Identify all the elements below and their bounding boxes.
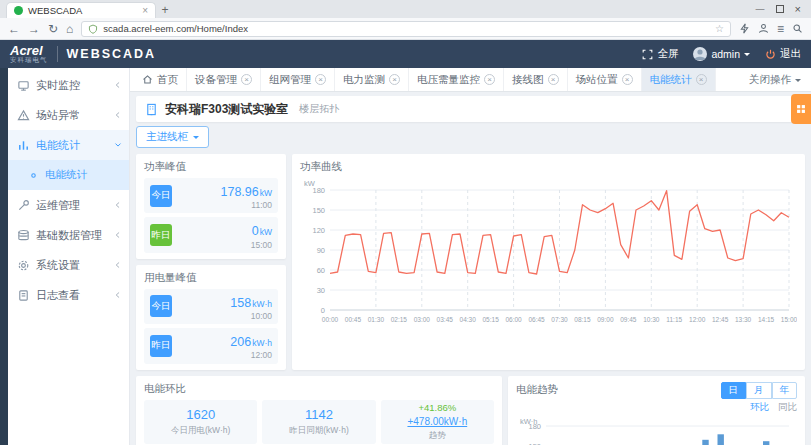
sidebar-item-station-abnormal[interactable]: 场站异常 xyxy=(8,100,129,130)
tab-close-icon[interactable]: × xyxy=(142,6,148,16)
sidebar-item-operations-management[interactable]: 运维管理 xyxy=(8,190,129,220)
tab-close-icon[interactable]: × xyxy=(484,74,495,85)
sidebar-item-realtime-monitoring[interactable]: 实时监控 xyxy=(8,70,129,100)
gear-icon xyxy=(17,259,30,272)
refresh-icon[interactable]: ↻ xyxy=(48,23,58,35)
wrench-icon xyxy=(17,199,30,212)
tab-device-management[interactable]: 设备管理 × xyxy=(187,68,261,91)
page-content: 安科瑞F303测试实验室 楼层拓扑 主进线柜 功率峰值 今日 xyxy=(130,92,811,445)
svg-text:60: 60 xyxy=(317,266,325,275)
tab-close-icon[interactable]: × xyxy=(622,74,633,85)
avatar-icon xyxy=(693,47,707,61)
topology-link[interactable]: 楼层拓扑 xyxy=(299,102,339,116)
tab-power-monitoring[interactable]: 电力监测 × xyxy=(335,68,409,91)
svg-text:15:00: 15:00 xyxy=(781,316,797,323)
sidebar-item-energy-statistics[interactable]: 电能统计 xyxy=(8,130,129,160)
home-icon[interactable]: ⌂ xyxy=(66,23,73,35)
database-icon xyxy=(17,229,30,242)
address-bar[interactable]: scada.acrel-eem.com/Home/Index ☆ xyxy=(81,21,731,37)
browser-tab-title: WEBSCADA xyxy=(28,5,82,16)
url-text: scada.acrel-eem.com/Home/Index xyxy=(103,23,248,34)
tab-network-management[interactable]: 组网管理 × xyxy=(261,68,335,91)
yesterday-badge: 昨日 xyxy=(150,335,172,357)
chevron-left-icon xyxy=(113,290,123,300)
home-icon xyxy=(142,74,153,85)
energy-peak-today-time: 10:00 xyxy=(178,311,272,321)
minimize-button[interactable]: — xyxy=(756,4,765,14)
user-menu[interactable]: admin xyxy=(693,47,750,61)
tab-close-icon[interactable]: × xyxy=(389,74,400,85)
menu-icon[interactable]: ≡ xyxy=(777,23,784,35)
tab-close-icon[interactable]: × xyxy=(241,74,252,85)
svg-text:12:45: 12:45 xyxy=(712,316,729,323)
tab-close-icon[interactable]: × xyxy=(696,74,707,85)
new-tab-button[interactable]: + xyxy=(156,2,174,18)
cell-label: 昨日同期(kW·h) xyxy=(289,425,349,437)
power-peak-card: 功率峰值 今日 178.96kW 11:00 昨日 xyxy=(136,154,286,259)
tab-label: 场站位置 xyxy=(576,73,618,87)
tab-close-icon[interactable]: × xyxy=(315,74,326,85)
svg-text:12:00: 12:00 xyxy=(689,316,706,323)
cell-label: 今日用电(kW·h) xyxy=(171,425,231,437)
sidebar-item-system-settings[interactable]: 系统设置 xyxy=(8,250,129,280)
logo-subtext: 安科瑞电气 xyxy=(10,57,48,64)
close-window-button[interactable]: × xyxy=(795,3,801,15)
period-day-button[interactable]: 日 xyxy=(721,382,747,399)
sidebar-subitem-energy-statistics[interactable]: 电能统计 xyxy=(8,160,129,190)
logout-button[interactable]: 退出 xyxy=(765,47,801,61)
back-icon[interactable]: ← xyxy=(8,23,20,35)
energy-peak-yesterday: 昨日 206kW·h 12:00 xyxy=(144,328,278,363)
bookmark-star-icon[interactable]: ☆ xyxy=(715,24,724,34)
power-curve-chart: 0306090120150180kW00:0000:4501:3002:1503… xyxy=(300,178,797,326)
trend-value[interactable]: +478.00kW·h xyxy=(407,416,467,427)
card-title: 电能趋势 xyxy=(516,383,558,397)
flash-icon[interactable] xyxy=(739,23,750,34)
svg-text:10:30: 10:30 xyxy=(643,316,660,323)
ring-compare-button[interactable]: 环比 xyxy=(750,401,769,414)
user-icon[interactable] xyxy=(758,23,769,34)
left-rail xyxy=(0,68,8,445)
sidebar-item-label: 系统设置 xyxy=(36,258,80,273)
trend-percent: +41.86% xyxy=(418,402,456,413)
maximize-button[interactable] xyxy=(776,5,784,13)
year-compare-button[interactable]: 同比 xyxy=(778,401,797,414)
card-title: 电能环比 xyxy=(144,382,494,396)
search-icon[interactable] xyxy=(792,23,803,34)
sidebar-item-log-view[interactable]: 日志查看 xyxy=(8,280,129,310)
browser-window: WEBSCADA × + — × ← → ↻ ⌂ scada.acrel-eem… xyxy=(0,0,811,445)
svg-text:04:30: 04:30 xyxy=(460,316,477,323)
energy-peak-today-value: 158 xyxy=(230,296,251,310)
card-title: 功率峰值 xyxy=(144,160,278,174)
browser-tab[interactable]: WEBSCADA × xyxy=(6,2,156,18)
chevron-left-icon xyxy=(113,110,123,120)
forward-icon[interactable]: → xyxy=(28,23,40,35)
cell-value: 1620 xyxy=(186,407,215,422)
sidebar-item-label: 电能统计 xyxy=(36,138,80,153)
station-title-bar: 安科瑞F303测试实验室 楼层拓扑 xyxy=(136,96,805,122)
period-year-button[interactable]: 年 xyxy=(772,382,798,399)
circuit-selector[interactable]: 主进线柜 xyxy=(136,126,209,148)
chevron-down-icon xyxy=(795,79,801,85)
tab-close-icon[interactable]: × xyxy=(548,74,559,85)
tab-demand-monitoring[interactable]: 电压需量监控 × xyxy=(409,68,504,91)
tab-station-location[interactable]: 场站位置 × xyxy=(568,68,642,91)
energy-trend-panel: 电能趋势 日 月 年 环比 同比 0306090120150180kW·h00:… xyxy=(508,376,805,445)
yesterday-badge: 昨日 xyxy=(150,224,172,246)
svg-text:06:45: 06:45 xyxy=(528,316,545,323)
close-operations-menu[interactable]: 关闭操作 xyxy=(749,68,807,91)
sidebar-item-basic-data-management[interactable]: 基础数据管理 xyxy=(8,220,129,250)
fullscreen-button[interactable]: 全屏 xyxy=(642,47,678,61)
sidebar-item-label: 运维管理 xyxy=(36,198,80,213)
tab-home[interactable]: 首页 xyxy=(134,68,187,91)
period-month-button[interactable]: 月 xyxy=(746,382,772,399)
tab-label: 电能统计 xyxy=(650,73,692,87)
chevron-down-icon xyxy=(113,140,123,150)
tab-energy-statistics[interactable]: 电能统计 × xyxy=(642,68,716,91)
power-peak-today-time: 11:00 xyxy=(178,200,272,210)
quick-panel-button[interactable] xyxy=(791,94,811,124)
app-header: Acrel 安科瑞电气 WEBSCADA 全屏 admin 退出 xyxy=(0,40,811,68)
browser-toolbar: ← → ↻ ⌂ scada.acrel-eem.com/Home/Index ☆… xyxy=(0,18,811,40)
svg-text:11:15: 11:15 xyxy=(666,316,682,323)
tab-wiring-diagram[interactable]: 接线图 × xyxy=(504,68,568,91)
tab-label: 电力监测 xyxy=(343,73,385,87)
